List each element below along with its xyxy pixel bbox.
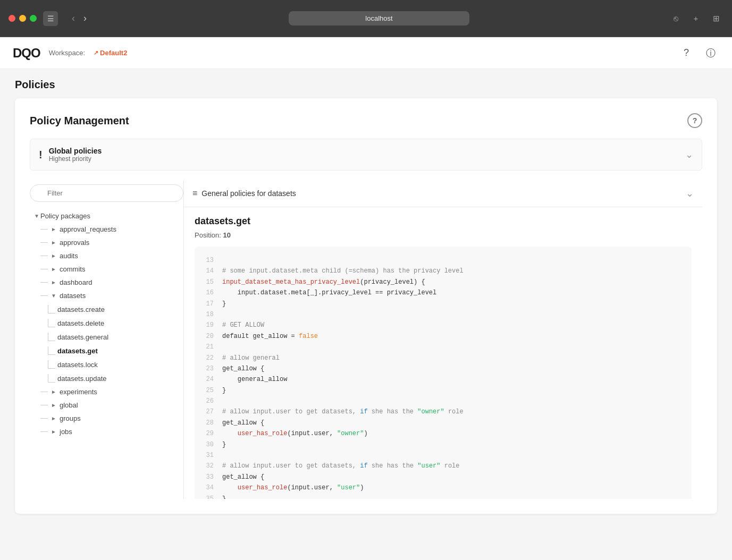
tree-root-packages[interactable]: ▼ Policy packages — [30, 209, 183, 223]
filter-input-wrap: 🔍 — [30, 180, 183, 209]
code-line-25: 25 } — [203, 385, 683, 396]
app-container: DQO Workspace: Default2 ? ⓘ Policies Pol… — [0, 37, 732, 560]
minimize-button[interactable] — [19, 15, 26, 22]
tree-item-datasets-get[interactable]: datasets.get — [45, 344, 183, 358]
split-layout: 🔍 ▼ Policy packages — [30, 180, 702, 499]
chevron-down-icon: ⌄ — [685, 149, 693, 160]
forward-button[interactable]: › — [80, 11, 90, 26]
policy-management-title: Policy Management — [30, 115, 129, 127]
tree-label-approvals: approvals — [60, 239, 89, 247]
help-button[interactable]: ? — [678, 45, 695, 62]
maximize-button[interactable] — [30, 15, 37, 22]
filter-input[interactable] — [30, 184, 183, 202]
new-tab-icon[interactable]: + — [688, 11, 703, 26]
tree-label-jobs: jobs — [60, 428, 72, 436]
tree-item-approvals[interactable]: ► approvals — [37, 236, 183, 249]
tree-item-audits[interactable]: ► audits — [37, 249, 183, 262]
sidebar-toggle-button[interactable]: ☰ — [43, 11, 58, 26]
tree-label-groups: groups — [60, 414, 81, 422]
code-line-24: 24 general_allow — [203, 374, 683, 385]
tree-label-dashboard: dashboard — [60, 278, 92, 286]
tree-item-dashboard[interactable]: ► dashboard — [37, 276, 183, 289]
code-line-21: 21 — [203, 342, 683, 352]
policy-content-area: datasets.get Position: 10 13 — [184, 207, 702, 499]
tree-item-datasets[interactable]: ▼ datasets — [37, 289, 183, 302]
global-policies-text: Global policies Highest priority — [49, 147, 102, 163]
code-line-17: 17 } — [203, 299, 683, 309]
tree-label-datasets-create: datasets.create — [57, 306, 105, 313]
policy-card: Policy Management ? ! Global policies Hi… — [15, 98, 717, 514]
code-line-32: 32 # allow input.user to get datasets, i… — [203, 461, 683, 471]
address-bar[interactable]: localhost — [289, 11, 469, 26]
page-header: Policies — [0, 69, 732, 98]
code-line-22: 22 # allow general — [203, 353, 683, 363]
close-button[interactable] — [9, 15, 15, 22]
tree-item-datasets-delete[interactable]: datasets.delete — [45, 316, 183, 330]
tree-label-approval-requests: approval_requests — [60, 225, 116, 233]
workspace-label: Workspace: — [49, 49, 85, 57]
position-value: 10 — [223, 231, 231, 239]
tree-item-datasets-create[interactable]: datasets.create — [45, 302, 183, 316]
code-line-15: 15 input_dataset_meta_has_privacy_level(… — [203, 277, 683, 287]
share-icon[interactable]: ⎋ — [668, 11, 683, 26]
tree-label-global: global — [60, 401, 78, 409]
code-line-14: 14 # some input.dataset.meta child (=sch… — [203, 266, 683, 276]
address-bar-container: localhost — [96, 11, 662, 26]
code-line-28: 28 get_allow { — [203, 418, 683, 428]
code-line-31: 31 — [203, 450, 683, 461]
app-logo: DQO — [13, 46, 40, 61]
workspace-link[interactable]: Default2 — [94, 49, 127, 57]
right-content: ≡ General policies for datasets ⌄ datase… — [184, 180, 702, 499]
tree-item-groups[interactable]: ► groups — [37, 412, 183, 425]
code-line-34: 34 user_has_role(input.user, "user") — [203, 482, 683, 493]
tree-toggle-groups: ► — [50, 415, 57, 422]
tree-toggle-audits: ► — [50, 252, 57, 260]
browser-nav: ‹ › — [69, 11, 90, 26]
browser-icons: ⎋ + ⊞ — [668, 11, 723, 26]
tree-toggle-global: ► — [50, 402, 57, 409]
traffic-lights — [9, 15, 37, 22]
tree-label-datasets-update: datasets.update — [57, 375, 107, 383]
code-line-35: 35 } — [203, 494, 683, 499]
back-button[interactable]: ‹ — [69, 11, 78, 26]
top-nav-right: ? ⓘ — [678, 45, 719, 62]
position-label: Position: 10 — [195, 231, 692, 239]
policy-header-chevron-icon[interactable]: ⌄ — [686, 188, 694, 199]
tree-item-experiments[interactable]: ► experiments — [37, 385, 183, 398]
global-policies-banner[interactable]: ! Global policies Highest priority ⌄ — [30, 139, 702, 171]
tree-item-jobs[interactable]: ► jobs — [37, 425, 183, 438]
tree-item-global[interactable]: ► global — [37, 398, 183, 412]
top-nav-left: DQO Workspace: Default2 — [13, 46, 127, 61]
code-line-16: 16 input.dataset.meta[_].privacy_level =… — [203, 287, 683, 298]
tree-container: ▼ Policy packages ► approval_requests — [30, 209, 183, 499]
left-sidebar: 🔍 ▼ Policy packages — [30, 180, 184, 499]
top-nav: DQO Workspace: Default2 ? ⓘ — [0, 37, 732, 69]
code-line-23: 23 get_allow { — [203, 363, 683, 374]
policy-card-header: Policy Management ? — [30, 113, 702, 128]
code-line-33: 33 get_allow { — [203, 472, 683, 482]
filter-wrap-inner: 🔍 — [30, 184, 183, 202]
tree-toggle-datasets: ▼ — [50, 292, 57, 300]
tree-toggle-experiments: ► — [50, 388, 57, 396]
code-line-19: 19 # GET ALLOW — [203, 320, 683, 330]
tree-root-label: Policy packages — [40, 212, 90, 220]
tree-label-datasets-general: datasets.general — [57, 333, 108, 341]
tree-label-datasets-get: datasets.get — [57, 347, 98, 355]
global-policies-subtitle: Highest priority — [49, 155, 102, 163]
browser-chrome: ☰ ‹ › localhost ⎋ + ⊞ — [0, 0, 732, 37]
tree-toggle-commits: ► — [50, 266, 57, 273]
policy-help-button[interactable]: ? — [687, 113, 702, 128]
main-content: Policy Management ? ! Global policies Hi… — [0, 98, 732, 529]
policy-header-left: ≡ General policies for datasets — [192, 189, 296, 198]
tree-item-approval-requests[interactable]: ► approval_requests — [37, 223, 183, 236]
tree-toggle-approval-requests: ► — [50, 226, 57, 233]
tree-item-commits[interactable]: ► commits — [37, 262, 183, 276]
tree-label-commits: commits — [60, 265, 85, 273]
grid-icon[interactable]: ⊞ — [709, 11, 723, 26]
notifications-button[interactable]: ⓘ — [702, 45, 719, 62]
tree-item-datasets-general[interactable]: datasets.general — [45, 330, 183, 344]
tree-toggle-dashboard: ► — [50, 279, 57, 286]
tree-item-datasets-update[interactable]: datasets.update — [45, 371, 183, 385]
policy-header-bar: ≡ General policies for datasets ⌄ — [184, 180, 702, 207]
tree-item-datasets-lock[interactable]: datasets.lock — [45, 358, 183, 371]
